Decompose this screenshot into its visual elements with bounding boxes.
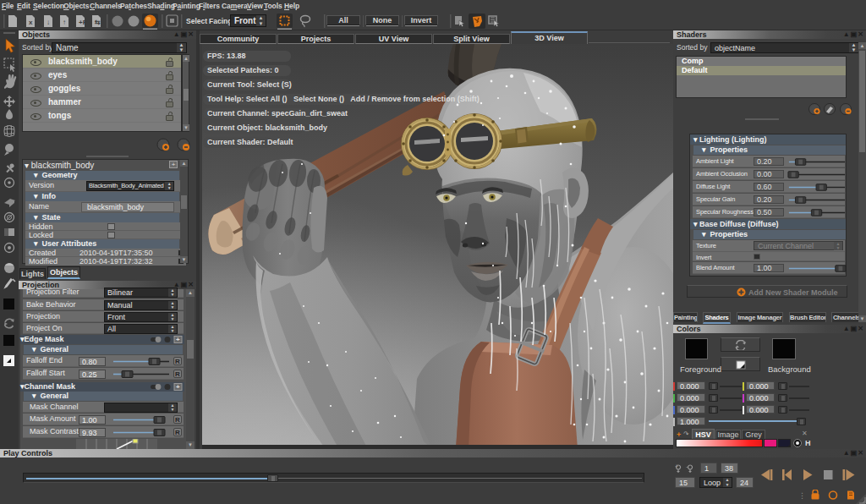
svg-text:+: + — [176, 336, 180, 343]
svg-text:+: + — [176, 383, 180, 391]
svg-text:⇆: ⇆ — [95, 19, 101, 26]
svg-text:+P: +P — [79, 19, 88, 26]
svg-text:x: x — [29, 19, 33, 26]
svg-text:+: + — [675, 463, 678, 469]
svg-text:↑: ↑ — [63, 19, 66, 26]
svg-text:↓: ↓ — [47, 19, 50, 26]
